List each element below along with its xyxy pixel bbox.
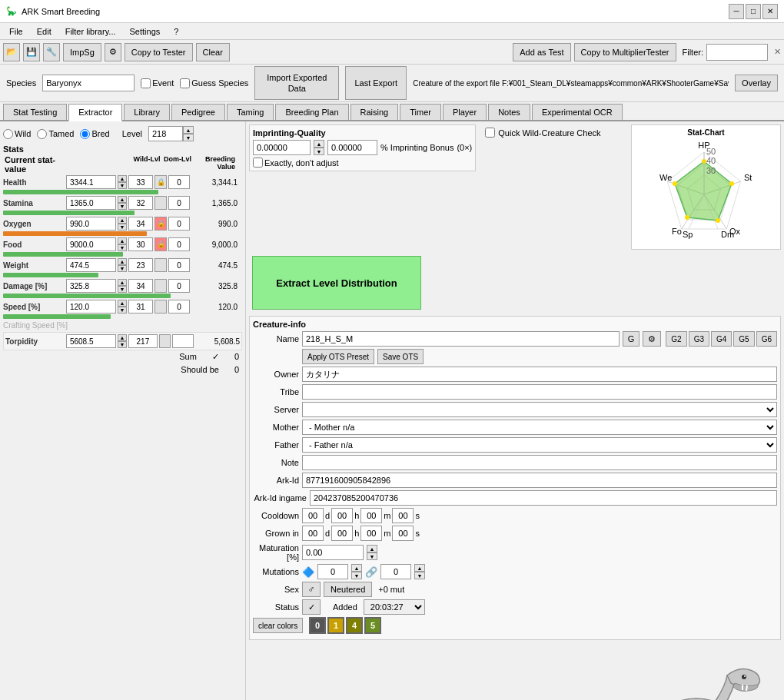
mutations-val1[interactable] bbox=[317, 564, 348, 579]
maturation-input[interactable] bbox=[302, 545, 364, 560]
stat-speed-spin-down[interactable]: ▼ bbox=[118, 307, 127, 314]
overlay-button[interactable]: Overlay bbox=[735, 75, 778, 91]
tab-extractor[interactable]: Extractor bbox=[68, 104, 122, 121]
guess-species-checkbox[interactable] bbox=[180, 78, 190, 88]
copy-to-tester-button[interactable]: Copy to Tester bbox=[125, 43, 193, 61]
maturation-spin-up[interactable]: ▲ bbox=[367, 545, 377, 552]
minimize-button[interactable]: ─ bbox=[729, 4, 744, 19]
stat-speed-wild-lvl[interactable] bbox=[128, 300, 153, 314]
stat-damage-spin-down[interactable]: ▼ bbox=[118, 286, 127, 293]
name-g-button[interactable]: G bbox=[623, 331, 640, 347]
bred-radio-label[interactable]: Bred bbox=[80, 129, 109, 139]
grown-in-hours[interactable] bbox=[331, 526, 353, 541]
status-check-button[interactable]: ✓ bbox=[302, 599, 321, 615]
level-spin-down[interactable]: ▼ bbox=[183, 134, 194, 141]
guess-species-checkbox-label[interactable]: Guess Species bbox=[180, 78, 248, 88]
ark-id-input[interactable] bbox=[302, 473, 777, 488]
g5-button[interactable]: G5 bbox=[733, 331, 754, 347]
stat-stamina-lock[interactable] bbox=[154, 196, 167, 210]
g2-button[interactable]: G2 bbox=[666, 331, 686, 347]
color-box-0[interactable]: 0 bbox=[309, 617, 326, 634]
tab-stat-testing[interactable]: Stat Testing bbox=[3, 104, 67, 120]
stat-torpidity-wild-lvl[interactable] bbox=[128, 334, 158, 348]
tab-timer[interactable]: Timer bbox=[400, 104, 441, 120]
quick-wild-checkbox[interactable] bbox=[485, 128, 495, 138]
stat-oxygen-spin-up[interactable]: ▲ bbox=[118, 217, 127, 224]
stat-torpidity-lock[interactable] bbox=[159, 334, 171, 348]
imprinting-value-input[interactable] bbox=[253, 140, 311, 155]
stat-damage-spin-up[interactable]: ▲ bbox=[118, 279, 127, 286]
clear-colors-button[interactable]: clear colors bbox=[253, 618, 303, 633]
menu-settings[interactable]: Settings bbox=[124, 25, 167, 38]
stat-health-wild-lvl[interactable] bbox=[128, 175, 153, 189]
server-select[interactable] bbox=[302, 402, 777, 417]
level-input[interactable] bbox=[148, 126, 183, 141]
stat-damage-wild-lvl[interactable] bbox=[128, 279, 153, 293]
stat-food-input[interactable] bbox=[66, 237, 116, 251]
grown-in-seconds[interactable] bbox=[392, 526, 414, 541]
ark-id-ingame-input[interactable] bbox=[310, 490, 777, 506]
menu-file[interactable]: File bbox=[3, 25, 29, 38]
father-select[interactable]: - Father n/a bbox=[302, 437, 777, 453]
icon-btn-3[interactable]: 🔧 bbox=[43, 43, 60, 61]
imp-sg-button[interactable]: ImpSg bbox=[63, 43, 101, 61]
sex-icon-button[interactable]: ♂ bbox=[302, 582, 321, 597]
stat-damage-dom-lvl[interactable] bbox=[168, 279, 190, 293]
apply-ots-button[interactable]: Apply OTS Preset bbox=[302, 349, 374, 364]
quick-wild-label[interactable]: Quick Wild-Creature Check bbox=[485, 128, 600, 138]
name-input[interactable] bbox=[302, 331, 620, 347]
stat-food-dom-lvl[interactable] bbox=[168, 237, 190, 251]
stat-damage-lock[interactable] bbox=[154, 279, 167, 293]
maturation-spin-down[interactable]: ▼ bbox=[367, 552, 377, 560]
tab-library[interactable]: Library bbox=[124, 104, 170, 120]
stat-stamina-dom-lvl[interactable] bbox=[168, 196, 190, 210]
stat-stamina-wild-lvl[interactable] bbox=[128, 196, 153, 210]
import-exported-data-button[interactable]: Import ExportedData bbox=[254, 66, 339, 100]
stat-food-spin-down[interactable]: ▼ bbox=[118, 244, 127, 251]
stat-food-lock[interactable]: 🔒 bbox=[154, 237, 167, 251]
stat-stamina-input[interactable] bbox=[66, 196, 116, 210]
stat-speed-spin-up[interactable]: ▲ bbox=[118, 300, 127, 307]
stat-oxygen-dom-lvl[interactable] bbox=[168, 217, 190, 231]
stat-health-lock[interactable]: 🔒 bbox=[154, 175, 167, 189]
tab-pedigree[interactable]: Pedigree bbox=[171, 104, 225, 120]
bred-radio[interactable] bbox=[80, 129, 90, 139]
stat-weight-dom-lvl[interactable] bbox=[168, 258, 190, 272]
mutations-spin1-down[interactable]: ▼ bbox=[351, 572, 362, 579]
imprinting-spin-up[interactable]: ▲ bbox=[314, 140, 324, 148]
clear-button[interactable]: Clear bbox=[196, 43, 230, 61]
cooldown-hours[interactable] bbox=[331, 508, 353, 523]
cooldown-seconds[interactable] bbox=[392, 508, 414, 523]
stat-stamina-spin-down[interactable]: ▼ bbox=[118, 203, 127, 210]
filter-input[interactable] bbox=[706, 44, 768, 61]
menu-help[interactable]: ? bbox=[168, 25, 184, 38]
last-export-button[interactable]: Last Export bbox=[345, 66, 407, 100]
stat-health-spin-down[interactable]: ▼ bbox=[118, 182, 127, 189]
g6-button[interactable]: G6 bbox=[756, 331, 777, 347]
stat-torpidity-input[interactable] bbox=[66, 334, 116, 348]
tamed-radio-label[interactable]: Tamed bbox=[37, 129, 74, 139]
g4-button[interactable]: G4 bbox=[711, 331, 732, 347]
level-spin-up[interactable]: ▲ bbox=[183, 126, 194, 134]
stat-speed-lock[interactable] bbox=[154, 300, 167, 314]
event-checkbox-label[interactable]: Event bbox=[141, 78, 174, 88]
neutered-button[interactable]: Neutered bbox=[324, 582, 372, 597]
imprinting-spin-down[interactable]: ▼ bbox=[314, 148, 324, 155]
added-time-select[interactable]: 20:03:27 bbox=[364, 599, 425, 615]
mother-select[interactable]: - Mother n/a bbox=[302, 420, 777, 435]
stat-health-spin-up[interactable]: ▲ bbox=[118, 175, 127, 182]
copy-to-multiplier-button[interactable]: Copy to MultiplierTester bbox=[574, 43, 676, 61]
icon-btn-1[interactable]: 📂 bbox=[3, 43, 20, 61]
imprinting-bonus-input[interactable] bbox=[327, 140, 377, 155]
grown-in-days[interactable] bbox=[302, 526, 324, 541]
menu-edit[interactable]: Edit bbox=[31, 25, 58, 38]
stat-oxygen-lock[interactable]: 🔒 bbox=[154, 217, 167, 231]
grown-in-minutes[interactable] bbox=[360, 526, 382, 541]
extract-level-button[interactable]: Extract Level Distribution bbox=[252, 256, 421, 310]
cooldown-minutes[interactable] bbox=[360, 508, 382, 523]
color-box-4[interactable]: 4 bbox=[346, 617, 363, 634]
tab-raising[interactable]: Raising bbox=[350, 104, 399, 120]
stat-torpidity-spin-up[interactable]: ▲ bbox=[118, 334, 127, 341]
tab-taming[interactable]: Taming bbox=[227, 104, 274, 120]
event-checkbox[interactable] bbox=[141, 78, 151, 88]
